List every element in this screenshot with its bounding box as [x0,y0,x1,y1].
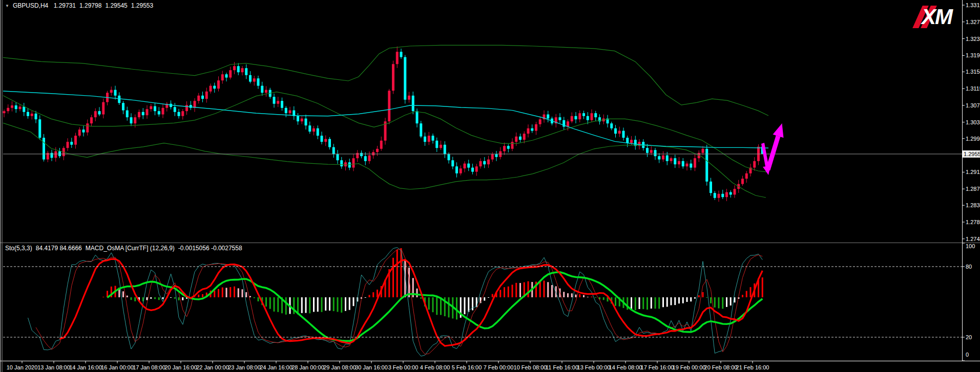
osma-bar [655,297,656,309]
candle-body [464,164,466,169]
osma-bar [575,295,577,297]
price-axis-label: 1.31960 [966,52,980,58]
macd-values: -0.0015056 -0.0027558 [178,245,242,252]
candle-body [666,156,669,161]
candle-body [658,156,660,159]
osma-bar [337,297,339,312]
candle-body [424,137,426,142]
time-axis-label: 21 Feb 16:00 [736,364,769,370]
osma-bar [222,288,223,297]
candle-body [610,123,613,128]
stoch-values: 84.4179 84.6666 [36,245,82,252]
candle-body [253,78,256,81]
osma-bar [671,297,672,305]
osma-bar [468,297,469,312]
osma-bar [265,297,267,307]
time-axis-label: 17 Feb 16:00 [641,364,674,370]
osma-bar [258,297,259,301]
osma-bar [274,297,275,312]
time-axis-label: 20 Feb 08:00 [704,364,738,370]
candle-body [527,128,530,134]
candle-body [54,151,57,158]
indicator-panel[interactable] [28,248,763,356]
osma-bar [317,297,319,312]
slow-red-line [60,259,763,346]
candle-body [420,123,422,137]
candle-body [134,117,136,123]
osma-bar [325,297,326,311]
price-axis-label: 1.28300 [966,202,980,208]
candle-body [305,119,307,126]
price-axis[interactable]: 1.331901.327801.323701.319601.315601.311… [962,2,980,361]
osma-bar [591,297,593,297]
candle-body [535,124,537,131]
price-axis-label: 1.32370 [966,36,980,42]
osma-bar [746,291,747,297]
chevron-down-icon[interactable]: ▼ [5,4,9,8]
candle-body [146,109,149,115]
osma-bar [249,296,251,297]
osma-bar [515,283,517,297]
osma-bar [651,297,652,309]
candle-body [308,125,311,132]
osma-bar [547,282,549,297]
candle-body [388,91,390,121]
candle-body [360,153,363,156]
candle-body [714,193,716,198]
candle-body [614,128,617,134]
candle-body [495,154,498,157]
candle-body [650,150,653,153]
osma-bar [456,297,457,319]
candle-body [475,166,478,171]
candle-body [448,154,450,160]
candle-body [591,113,593,120]
osma-bar [730,297,732,305]
candle-body [432,136,434,141]
candle-body [70,142,73,145]
time-axis-label: 22 Jan 00:00 [196,364,229,370]
osma-bar [353,297,355,306]
osma-bar [583,295,585,297]
candle-body [86,123,89,133]
candle-body [31,114,33,116]
candle-body [662,156,664,160]
candle-body [630,140,633,143]
osma-bar [301,297,303,313]
candle-body [435,141,438,148]
candle-body [416,111,419,123]
candle-body [718,194,720,198]
candle-body [729,192,732,195]
candle-body [281,101,283,108]
osma-bar [254,297,255,298]
candle-body [547,115,549,119]
trade-direction-arrow[interactable] [761,123,784,175]
candle-body [130,117,133,123]
candle-body [233,66,236,70]
time-axis[interactable]: 10 Jan 202013 Jan 08:0014 Jan 16:0016 Ja… [7,361,769,370]
osma-bar [579,294,580,297]
price-axis-label: 1.33190 [966,2,980,8]
candle-body [705,149,708,182]
candle-body [594,113,597,117]
osma-bar [170,297,172,298]
osma-bar [698,295,700,297]
osma-bar [420,297,422,299]
osma-bar [230,287,231,297]
time-axis-label: 19 Feb 00:00 [673,364,706,370]
candle-body [241,68,244,72]
candle-body [507,146,510,149]
candle-body [582,113,585,116]
candle-body [213,86,216,89]
stoch-name: Sto(5,3,3) [5,245,32,252]
candle-body [559,117,561,120]
candle-body [205,92,208,99]
candle-body [626,138,629,143]
candle-body [38,119,41,138]
candle-body [356,153,359,158]
main-chart-panel[interactable] [3,45,769,202]
osma-bar [198,295,199,297]
chart-canvas[interactable]: 1.331901.327801.323701.319601.315601.311… [0,0,980,372]
osma-bar [178,297,180,300]
osma-bar [174,297,176,299]
candle-body [19,106,22,109]
